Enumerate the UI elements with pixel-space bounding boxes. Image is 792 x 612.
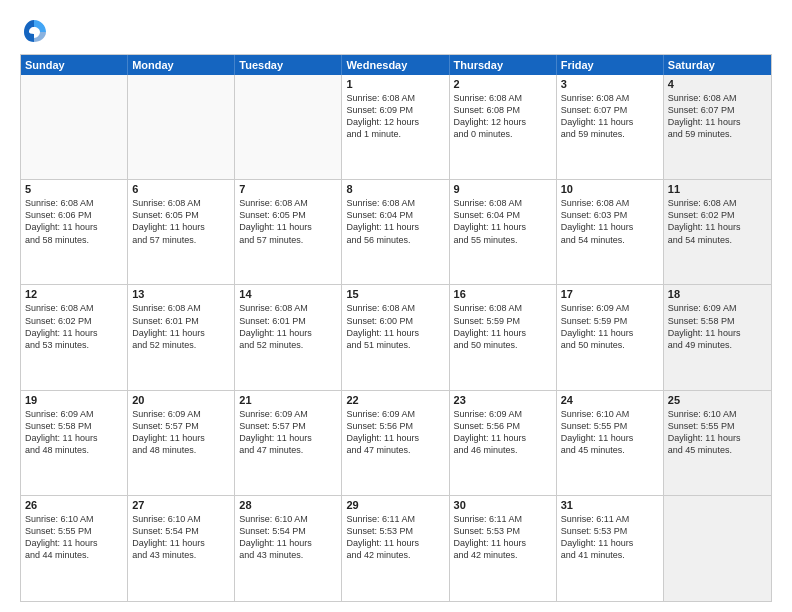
calendar-cell: 4Sunrise: 6:08 AMSunset: 6:07 PMDaylight… [664, 75, 771, 179]
cell-info-line: Sunset: 6:02 PM [668, 209, 767, 221]
calendar-cell: 10Sunrise: 6:08 AMSunset: 6:03 PMDayligh… [557, 180, 664, 284]
day-number: 5 [25, 183, 123, 195]
cell-info-line: and 48 minutes. [25, 444, 123, 456]
cell-info-line: Sunrise: 6:10 AM [132, 513, 230, 525]
calendar-cell: 9Sunrise: 6:08 AMSunset: 6:04 PMDaylight… [450, 180, 557, 284]
cell-info-line: and 51 minutes. [346, 339, 444, 351]
cell-info-line: Sunrise: 6:10 AM [561, 408, 659, 420]
calendar-cell [21, 75, 128, 179]
cell-info-line: Sunset: 5:55 PM [25, 525, 123, 537]
cell-info-line: Sunset: 6:05 PM [239, 209, 337, 221]
calendar-cell: 14Sunrise: 6:08 AMSunset: 6:01 PMDayligh… [235, 285, 342, 389]
cell-info-line: and 50 minutes. [454, 339, 552, 351]
cell-info-line: and 57 minutes. [239, 234, 337, 246]
cell-info-line: Daylight: 11 hours [668, 221, 767, 233]
cell-info-line: Daylight: 11 hours [132, 221, 230, 233]
calendar-cell: 11Sunrise: 6:08 AMSunset: 6:02 PMDayligh… [664, 180, 771, 284]
cell-info-line: Sunset: 6:08 PM [454, 104, 552, 116]
cell-info-line: Sunrise: 6:08 AM [239, 197, 337, 209]
logo-area [20, 18, 52, 46]
cell-info-line: and 41 minutes. [561, 549, 659, 561]
cell-info-line: and 59 minutes. [561, 128, 659, 140]
cell-info-line: Sunrise: 6:08 AM [132, 197, 230, 209]
cell-info-line: Daylight: 11 hours [668, 432, 767, 444]
cell-info-line: Sunset: 5:56 PM [346, 420, 444, 432]
day-number: 10 [561, 183, 659, 195]
day-number: 28 [239, 499, 337, 511]
day-number: 18 [668, 288, 767, 300]
day-number: 23 [454, 394, 552, 406]
cell-info-line: Daylight: 11 hours [25, 537, 123, 549]
day-number: 19 [25, 394, 123, 406]
calendar-cell [235, 75, 342, 179]
cell-info-line: Sunrise: 6:08 AM [454, 302, 552, 314]
cell-info-line: Sunset: 5:53 PM [561, 525, 659, 537]
cell-info-line: Daylight: 12 hours [346, 116, 444, 128]
calendar-cell: 20Sunrise: 6:09 AMSunset: 5:57 PMDayligh… [128, 391, 235, 495]
day-number: 26 [25, 499, 123, 511]
cell-info-line: Daylight: 11 hours [25, 221, 123, 233]
calendar-cell: 30Sunrise: 6:11 AMSunset: 5:53 PMDayligh… [450, 496, 557, 601]
calendar-cell [128, 75, 235, 179]
calendar-cell: 29Sunrise: 6:11 AMSunset: 5:53 PMDayligh… [342, 496, 449, 601]
cell-info-line: and 56 minutes. [346, 234, 444, 246]
cell-info-line: Sunrise: 6:09 AM [454, 408, 552, 420]
cell-info-line: Daylight: 11 hours [346, 327, 444, 339]
cell-info-line: Daylight: 11 hours [346, 537, 444, 549]
calendar-cell: 1Sunrise: 6:08 AMSunset: 6:09 PMDaylight… [342, 75, 449, 179]
cell-info-line: and 48 minutes. [132, 444, 230, 456]
cell-info-line: Daylight: 11 hours [454, 432, 552, 444]
calendar-cell: 6Sunrise: 6:08 AMSunset: 6:05 PMDaylight… [128, 180, 235, 284]
calendar-cell: 16Sunrise: 6:08 AMSunset: 5:59 PMDayligh… [450, 285, 557, 389]
cell-info-line: Sunrise: 6:08 AM [346, 197, 444, 209]
cell-info-line: Sunset: 5:58 PM [25, 420, 123, 432]
cell-info-line: and 59 minutes. [668, 128, 767, 140]
day-number: 9 [454, 183, 552, 195]
cell-info-line: Daylight: 11 hours [132, 432, 230, 444]
calendar-cell: 18Sunrise: 6:09 AMSunset: 5:58 PMDayligh… [664, 285, 771, 389]
cell-info-line: and 43 minutes. [132, 549, 230, 561]
cell-info-line: and 50 minutes. [561, 339, 659, 351]
calendar-cell: 3Sunrise: 6:08 AMSunset: 6:07 PMDaylight… [557, 75, 664, 179]
day-number: 14 [239, 288, 337, 300]
day-number: 29 [346, 499, 444, 511]
day-number: 3 [561, 78, 659, 90]
cell-info-line: and 0 minutes. [454, 128, 552, 140]
cell-info-line: Sunrise: 6:11 AM [454, 513, 552, 525]
cell-info-line: Sunset: 6:06 PM [25, 209, 123, 221]
calendar-header: SundayMondayTuesdayWednesdayThursdayFrid… [21, 55, 771, 75]
weekday-header: Tuesday [235, 55, 342, 75]
cell-info-line: Sunset: 6:02 PM [25, 315, 123, 327]
cell-info-line: Daylight: 11 hours [346, 221, 444, 233]
cell-info-line: Sunrise: 6:09 AM [561, 302, 659, 314]
day-number: 31 [561, 499, 659, 511]
weekday-header: Friday [557, 55, 664, 75]
calendar-cell: 8Sunrise: 6:08 AMSunset: 6:04 PMDaylight… [342, 180, 449, 284]
cell-info-line: Sunset: 5:56 PM [454, 420, 552, 432]
cell-info-line: Daylight: 11 hours [454, 537, 552, 549]
cell-info-line: and 55 minutes. [454, 234, 552, 246]
weekday-header: Saturday [664, 55, 771, 75]
day-number: 2 [454, 78, 552, 90]
cell-info-line: Daylight: 11 hours [239, 432, 337, 444]
weekday-header: Sunday [21, 55, 128, 75]
calendar-cell: 22Sunrise: 6:09 AMSunset: 5:56 PMDayligh… [342, 391, 449, 495]
day-number: 27 [132, 499, 230, 511]
cell-info-line: Daylight: 11 hours [239, 221, 337, 233]
day-number: 1 [346, 78, 444, 90]
cell-info-line: Sunrise: 6:09 AM [25, 408, 123, 420]
cell-info-line: and 47 minutes. [346, 444, 444, 456]
day-number: 24 [561, 394, 659, 406]
calendar: SundayMondayTuesdayWednesdayThursdayFrid… [20, 54, 772, 602]
cell-info-line: and 58 minutes. [25, 234, 123, 246]
cell-info-line: Sunrise: 6:09 AM [668, 302, 767, 314]
cell-info-line: and 52 minutes. [239, 339, 337, 351]
weekday-header: Wednesday [342, 55, 449, 75]
cell-info-line: and 47 minutes. [239, 444, 337, 456]
cell-info-line: Daylight: 11 hours [239, 327, 337, 339]
cell-info-line: Daylight: 11 hours [561, 537, 659, 549]
cell-info-line: and 49 minutes. [668, 339, 767, 351]
cell-info-line: Sunrise: 6:08 AM [668, 92, 767, 104]
cell-info-line: Daylight: 11 hours [668, 116, 767, 128]
cell-info-line: Sunset: 6:01 PM [132, 315, 230, 327]
